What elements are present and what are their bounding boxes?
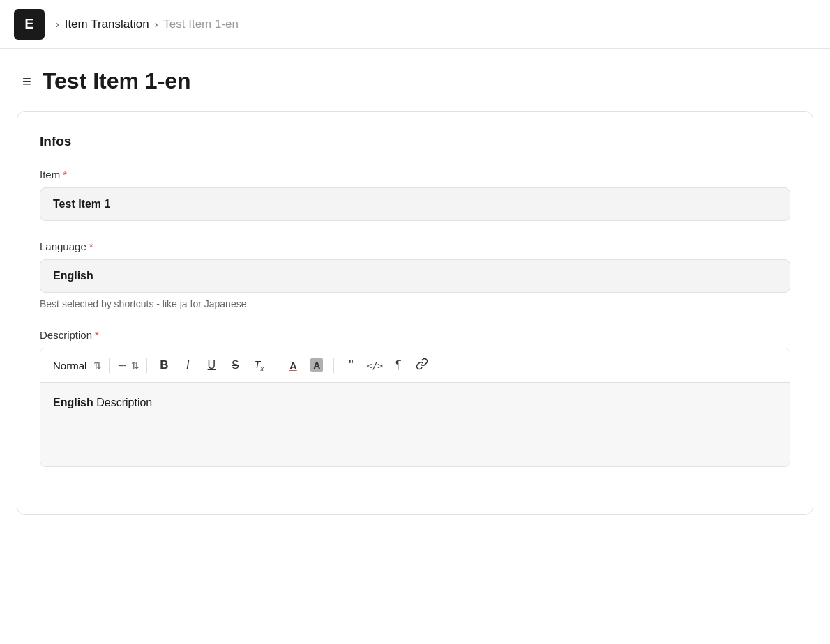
infos-card: Infos Item * Test Item 1 Language * Engl… <box>17 111 813 515</box>
highlight-button[interactable]: A <box>305 354 328 376</box>
code-button[interactable]: </> <box>363 354 386 376</box>
main-content: Infos Item * Test Item 1 Language * Engl… <box>0 111 830 543</box>
style-selector[interactable]: Normal ⇅ <box>49 357 103 374</box>
text-format-group: B I U S Tx <box>153 354 270 376</box>
breadcrumb-current: Test Item 1-en <box>163 17 239 31</box>
format-selector[interactable]: --- ⇅ <box>115 357 141 374</box>
style-arrow[interactable]: ⇅ <box>92 357 103 374</box>
language-field: Language * English Best selected by shor… <box>40 240 790 309</box>
editor-normal-text: Description <box>93 397 152 408</box>
code-icon: </> <box>367 360 383 371</box>
style-label: Normal <box>49 357 91 374</box>
font-color-icon: A <box>289 360 297 371</box>
description-required-star: * <box>95 329 99 341</box>
language-hint: Best selected by shortcuts - like ja for… <box>40 298 790 309</box>
toolbar-sep-4 <box>333 358 334 373</box>
toolbar-sep-3 <box>276 358 276 373</box>
breadcrumb-link-item-translation[interactable]: Item Translation <box>65 17 149 31</box>
italic-button[interactable]: I <box>176 354 199 376</box>
item-field: Item * Test Item 1 <box>40 169 790 221</box>
clear-format-button[interactable]: Tx <box>248 354 270 376</box>
toolbar-sep-1 <box>109 358 110 373</box>
editor-content-area[interactable]: English Description <box>40 383 790 466</box>
section-title: Infos <box>40 134 790 149</box>
link-icon <box>416 358 428 373</box>
description-field: Description * Normal ⇅ --- ⇅ <box>40 329 790 467</box>
highlight-icon: A <box>310 358 323 372</box>
page-title-area: ≡ Test Item 1-en <box>0 49 830 111</box>
logo[interactable]: E <box>14 9 45 40</box>
hamburger-menu-icon[interactable]: ≡ <box>22 72 31 91</box>
item-value: Test Item 1 <box>40 187 790 221</box>
bold-button[interactable]: B <box>153 354 175 376</box>
blockquote-icon: " <box>349 359 353 371</box>
logo-symbol: E <box>24 16 33 32</box>
paragraph-button[interactable]: ¶ <box>387 354 409 376</box>
breadcrumb-chevron-1: › <box>56 19 59 30</box>
color-group: A A <box>282 354 328 376</box>
link-button[interactable] <box>411 354 433 376</box>
editor-text: English Description <box>53 397 777 409</box>
paragraph-icon: ¶ <box>395 359 402 371</box>
editor-toolbar: Normal ⇅ --- ⇅ B <box>40 348 790 383</box>
breadcrumb-chevron-2: › <box>155 19 158 30</box>
language-label: Language * <box>40 240 790 252</box>
editor-bold-text: English <box>53 397 93 408</box>
description-editor: Normal ⇅ --- ⇅ B <box>40 348 790 467</box>
language-required-star: * <box>89 240 93 252</box>
format-dash: --- <box>115 360 128 371</box>
format-arrow[interactable]: ⇅ <box>130 357 141 374</box>
toolbar-sep-2 <box>146 358 147 373</box>
blockquote-button[interactable]: " <box>340 354 362 376</box>
underline-button[interactable]: U <box>200 354 222 376</box>
item-label: Item * <box>40 169 790 181</box>
breadcrumb: › Item Translation › Test Item 1-en <box>56 17 239 31</box>
insert-group: " </> ¶ <box>340 354 433 376</box>
item-required-star: * <box>63 169 67 181</box>
font-color-button[interactable]: A <box>282 354 304 376</box>
strikethrough-button[interactable]: S <box>224 354 246 376</box>
page-title: Test Item 1-en <box>43 68 191 94</box>
language-value[interactable]: English <box>40 259 790 293</box>
header: E › Item Translation › Test Item 1-en <box>0 0 830 49</box>
description-label: Description * <box>40 329 790 341</box>
